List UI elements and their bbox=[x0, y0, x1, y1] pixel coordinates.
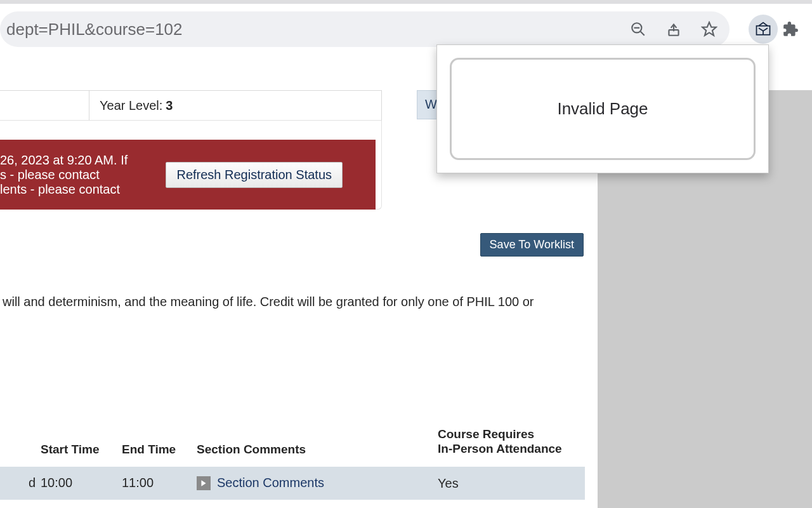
popup-message: Invalid Page bbox=[450, 58, 756, 160]
browser-toolbar: dept=PHIL&course=102 bbox=[0, 4, 812, 44]
cell-end-time: 11:00 bbox=[119, 472, 194, 494]
table-row: d 10:00 11:00 Section Comments Yes bbox=[0, 467, 585, 500]
alert-line-1: 26, 2023 at 9:20 AM. If bbox=[0, 153, 128, 168]
alert-line-2: s - please contact bbox=[0, 168, 128, 182]
expand-icon[interactable] bbox=[197, 476, 211, 490]
refresh-registration-button[interactable]: Refresh Registration Status bbox=[166, 162, 343, 188]
zoom-out-icon[interactable] bbox=[629, 20, 647, 38]
th-in-person: Course Requires In-Person Attendance bbox=[435, 424, 581, 460]
info-cell-blank bbox=[0, 90, 89, 121]
schedule-table: Start Time End Time Section Comments Cou… bbox=[0, 424, 585, 500]
th-section-comments: Section Comments bbox=[194, 439, 435, 460]
save-to-worklist-button[interactable]: Save To Worklist bbox=[480, 233, 584, 257]
star-icon[interactable] bbox=[700, 20, 718, 38]
extensions-icon[interactable] bbox=[782, 20, 799, 38]
cell-in-person: Yes bbox=[435, 472, 581, 495]
cell-start-time: 10:00 bbox=[38, 472, 119, 494]
extensions-group bbox=[745, 11, 808, 47]
year-level-value: 3 bbox=[166, 98, 173, 113]
active-extension-icon[interactable] bbox=[749, 15, 778, 44]
address-bar[interactable]: dept=PHIL&course=102 bbox=[0, 11, 730, 47]
th-end-time: End Time bbox=[119, 439, 194, 460]
extension-popup: Invalid Page bbox=[436, 44, 769, 173]
svg-line-1 bbox=[641, 32, 645, 36]
section-comments-link[interactable]: Section Comments bbox=[197, 476, 324, 490]
svg-marker-5 bbox=[702, 22, 716, 36]
share-icon[interactable] bbox=[665, 20, 683, 38]
row-lead-fragment: d bbox=[0, 472, 38, 494]
th-start-time: Start Time bbox=[38, 439, 119, 460]
course-description: will and determinism, and the meaning of… bbox=[3, 293, 573, 311]
year-level-label: Year Level: bbox=[100, 98, 162, 113]
url-text: dept=PHIL&course=102 bbox=[6, 20, 629, 39]
alert-line-3: lents - please contact bbox=[0, 182, 128, 197]
year-level-cell: Year Level: 3 bbox=[89, 90, 382, 121]
registration-alert: 26, 2023 at 9:20 AM. If s - please conta… bbox=[0, 140, 376, 210]
